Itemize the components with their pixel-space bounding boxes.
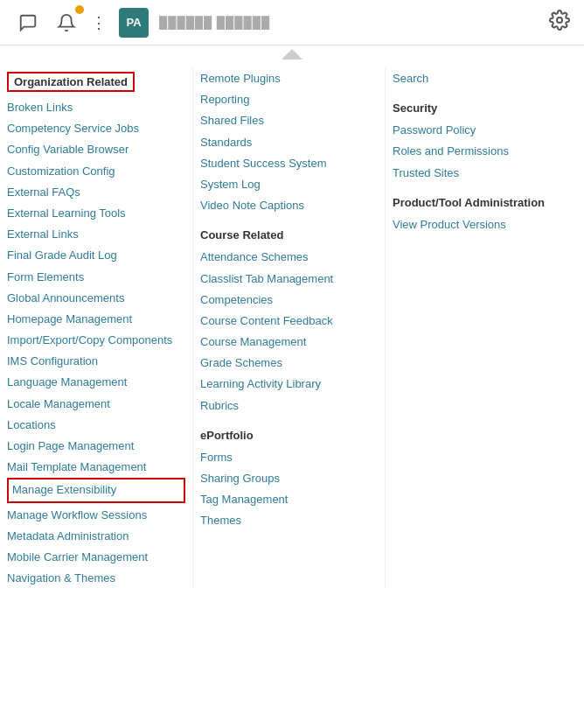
link-final-grade-audit-log[interactable]: Final Grade Audit Log xyxy=(7,245,185,266)
link-competency-service-jobs[interactable]: Competency Service Jobs xyxy=(7,118,185,139)
link-themes[interactable]: Themes xyxy=(200,510,378,531)
column-organization: Organization Related Broken Links Compet… xyxy=(0,68,192,589)
link-ims-configuration[interactable]: IMS Configuration xyxy=(7,351,185,372)
link-student-success-system[interactable]: Student Success System xyxy=(200,153,378,174)
link-remote-plugins[interactable]: Remote Plugins xyxy=(200,68,378,89)
security-heading: Security xyxy=(393,102,570,115)
link-homepage-management[interactable]: Homepage Management xyxy=(7,309,185,330)
link-mobile-carrier-management[interactable]: Mobile Carrier Management xyxy=(7,547,185,568)
avatar[interactable]: PA xyxy=(119,8,149,38)
link-external-links[interactable]: External Links xyxy=(7,224,185,245)
link-search[interactable]: Search xyxy=(393,68,570,89)
notification-badge xyxy=(75,5,84,14)
org-related-heading: Organization Related xyxy=(7,72,135,92)
link-tag-management[interactable]: Tag Management xyxy=(200,489,378,510)
link-view-product-versions[interactable]: View Product Versions xyxy=(393,214,570,235)
notification-wrapper xyxy=(52,9,80,37)
settings-icon[interactable] xyxy=(549,10,570,35)
column-right: Search Security Password Policy Roles an… xyxy=(385,68,577,589)
link-learning-activity-library[interactable]: Learning Activity Library xyxy=(200,374,378,395)
link-navigation-themes[interactable]: Navigation & Themes xyxy=(7,568,185,589)
link-customization-config[interactable]: Customization Config xyxy=(7,161,185,182)
link-locale-management[interactable]: Locale Management xyxy=(7,394,185,415)
link-import-export-copy[interactable]: Import/Export/Copy Components xyxy=(7,330,185,351)
course-related-heading: Course Related xyxy=(200,228,378,242)
link-rubrics[interactable]: Rubrics xyxy=(200,396,378,416)
main-content: Organization Related Broken Links Compet… xyxy=(0,61,584,596)
more-options-icon[interactable]: ⋮ xyxy=(91,13,108,32)
link-grade-schemes[interactable]: Grade Schemes xyxy=(200,353,378,374)
link-broken-links[interactable]: Broken Links xyxy=(7,97,185,118)
chat-icon[interactable] xyxy=(14,9,42,37)
link-sharing-groups[interactable]: Sharing Groups xyxy=(200,468,378,489)
link-manage-extensibility[interactable]: Manage Extensibility xyxy=(7,478,185,502)
chevron-row xyxy=(0,46,584,61)
link-roles-and-permissions[interactable]: Roles and Permissions xyxy=(393,141,570,162)
link-login-page-management[interactable]: Login Page Management xyxy=(7,436,185,457)
link-password-policy[interactable]: Password Policy xyxy=(393,120,570,141)
product-tool-heading: Product/Tool Administration xyxy=(393,196,570,209)
link-metadata-administration[interactable]: Metadata Administration xyxy=(7,526,185,547)
link-form-elements[interactable]: Form Elements xyxy=(7,267,185,288)
link-reporting[interactable]: Reporting xyxy=(200,89,378,110)
link-external-faqs[interactable]: External FAQs xyxy=(7,182,185,203)
link-video-note-captions[interactable]: Video Note Captions xyxy=(200,195,378,216)
eportfolio-heading: ePortfolio xyxy=(200,429,378,442)
chevron-up-icon xyxy=(282,49,302,60)
link-system-log[interactable]: System Log xyxy=(200,174,378,195)
username-display: ██████ ██████ xyxy=(159,16,270,29)
column-middle: Remote Plugins Reporting Shared Files St… xyxy=(192,68,385,589)
link-global-announcements[interactable]: Global Announcements xyxy=(7,288,185,309)
link-competencies[interactable]: Competencies xyxy=(200,290,378,311)
link-shared-files[interactable]: Shared Files xyxy=(200,110,378,131)
svg-point-0 xyxy=(557,18,562,23)
link-external-learning-tools[interactable]: External Learning Tools xyxy=(7,203,185,224)
link-manage-workflow-sessions[interactable]: Manage Workflow Sessions xyxy=(7,505,185,526)
link-classlist-tab-management[interactable]: Classlist Tab Management xyxy=(200,269,378,290)
link-forms[interactable]: Forms xyxy=(200,447,378,468)
link-mail-template-management[interactable]: Mail Template Management xyxy=(7,457,185,478)
link-course-management[interactable]: Course Management xyxy=(200,332,378,353)
link-language-management[interactable]: Language Management xyxy=(7,372,185,393)
link-attendance-schemes[interactable]: Attendance Schemes xyxy=(200,247,378,268)
link-locations[interactable]: Locations xyxy=(7,415,185,436)
link-course-content-feedback[interactable]: Course Content Feedback xyxy=(200,311,378,332)
link-standards[interactable]: Standards xyxy=(200,132,378,153)
link-config-variable-browser[interactable]: Config Variable Browser xyxy=(7,139,185,160)
header: ⋮ PA ██████ ██████ xyxy=(0,0,584,46)
link-trusted-sites[interactable]: Trusted Sites xyxy=(393,163,570,184)
